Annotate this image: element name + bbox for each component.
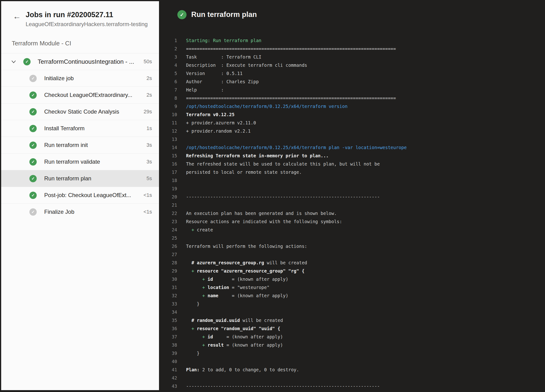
- log-line-number: 38: [159, 341, 177, 349]
- log-line-number: 9: [159, 102, 177, 110]
- step-duration: 29s: [144, 109, 152, 115]
- log-line: 7Help :: [159, 86, 545, 94]
- sidebar-header: ← Jobs in run #20200527.11 LeagueOfExtra…: [1, 1, 159, 28]
- step-duration: <1s: [143, 192, 152, 198]
- log-line-text: }: [186, 349, 199, 357]
- step-status-success-icon: ✓: [29, 92, 37, 99]
- job-duration: 50s: [144, 59, 152, 65]
- log-line-text: Author : Charles Zipp: [186, 78, 259, 86]
- step-label: Initialize job: [44, 75, 147, 82]
- log-line: 4Description : Execute terraform cli com…: [159, 61, 545, 69]
- log-line-text: + provider.azurerm v2.11.0: [186, 119, 256, 127]
- step-duration: 1s: [147, 125, 152, 131]
- log-line-number: 11: [159, 119, 177, 127]
- log-line: 15Refreshing Terraform state in-memory p…: [159, 152, 545, 160]
- step-row[interactable]: ✓Run terraform init3s: [1, 137, 159, 153]
- log-line: 30 + id = (known after apply): [159, 275, 545, 283]
- log-line: 1Starting: Run terraform plan: [159, 37, 545, 45]
- log-line-text: + result = (known after apply): [186, 341, 283, 349]
- step-label: Checkout LeagueOfExtraordinary...: [44, 92, 147, 98]
- log-line-number: 16: [159, 160, 177, 168]
- step-status-success-icon: ✓: [29, 108, 37, 116]
- back-arrow-icon[interactable]: ←: [13, 11, 23, 21]
- log-line: 24 + create: [159, 226, 545, 234]
- log-line: 20--------------------------------------…: [159, 193, 545, 201]
- step-duration: 3s: [147, 159, 152, 165]
- step-status-success-icon: ✓: [177, 10, 186, 19]
- steps-list: ✓Initialize job2s✓Checkout LeagueOfExtra…: [1, 70, 159, 220]
- step-row[interactable]: ✓Finalize Job<1s: [1, 203, 159, 220]
- log-line: 35 # random_uuid.uuid will be created: [159, 316, 545, 325]
- step-row[interactable]: ✓Checkov Static Code Analysis29s: [1, 103, 159, 120]
- log-line-number: 27: [159, 251, 177, 259]
- log-line-text: Version : 0.5.11: [186, 69, 242, 78]
- step-label: Post-job: Checkout LeagueOfExt...: [44, 192, 143, 198]
- log-title: Run terraform plan: [191, 10, 257, 19]
- log-output[interactable]: 1Starting: Run terraform plan2==========…: [159, 37, 545, 392]
- jobs-sidebar: ← Jobs in run #20200527.11 LeagueOfExtra…: [1, 1, 159, 390]
- step-label: Install Terraform: [44, 125, 147, 132]
- log-line-text: Refreshing Terraform state in-memory pri…: [186, 152, 328, 160]
- log-line-text: Description : Execute terraform cli comm…: [186, 61, 307, 69]
- log-line: 9/opt/hostedtoolcache/terraform/0.12.25/…: [159, 102, 545, 110]
- step-duration: 3s: [147, 142, 152, 148]
- log-line-number: 18: [159, 176, 177, 185]
- step-row[interactable]: ✓Initialize job2s: [1, 70, 159, 86]
- log-line: 33 }: [159, 300, 545, 308]
- log-line: 3Task : Terraform CLI: [159, 53, 545, 61]
- log-line: 14/opt/hostedtoolcache/terraform/0.12.25…: [159, 143, 545, 152]
- log-line: 36 + resource "random_uuid" "uuid" {: [159, 325, 545, 333]
- log-line: 37 + id = (known after apply): [159, 333, 545, 341]
- log-line: 32 + name = (known after apply): [159, 292, 545, 300]
- step-status-success-icon: ✓: [29, 175, 37, 182]
- log-line-text: Help :: [186, 86, 224, 94]
- step-duration: 5s: [147, 175, 152, 182]
- log-line-number: 25: [159, 234, 177, 242]
- log-line-number: 4: [159, 61, 177, 69]
- log-line: 27: [159, 251, 545, 259]
- log-line: 26Terraform will perform the following a…: [159, 242, 545, 251]
- step-row[interactable]: ✓Run terraform plan5s: [1, 170, 159, 187]
- job-row[interactable]: ✓ TerraformContinuousIntegration - ... 5…: [1, 53, 159, 70]
- log-line-number: 36: [159, 325, 177, 333]
- log-line-number: 15: [159, 152, 177, 160]
- step-status-neutral-icon: ✓: [29, 208, 37, 216]
- log-line-number: 19: [159, 185, 177, 193]
- log-line: 13: [159, 135, 545, 143]
- log-line-text: + id = (known after apply): [186, 275, 288, 283]
- log-line-text: + resource "random_uuid" "uuid" {: [186, 325, 280, 333]
- step-label: Run terraform init: [44, 142, 147, 148]
- log-line-number: 26: [159, 242, 177, 251]
- chevron-down-icon[interactable]: [10, 58, 17, 65]
- log-line-text: ========================================…: [186, 94, 396, 102]
- step-duration: 2s: [147, 92, 152, 98]
- step-row[interactable]: ✓Install Terraform1s: [1, 120, 159, 137]
- log-line: 5Version : 0.5.11: [159, 69, 545, 78]
- log-line-number: 5: [159, 69, 177, 78]
- step-row[interactable]: ✓Checkout LeagueOfExtraordinary...2s: [1, 86, 159, 103]
- log-line-number: 39: [159, 349, 177, 357]
- log-line: 25: [159, 234, 545, 242]
- log-line: 6Author : Charles Zipp: [159, 78, 545, 86]
- log-line-text: ========================================…: [186, 45, 396, 53]
- log-line: 19: [159, 185, 545, 193]
- page-title: Jobs in run #20200527.11: [26, 11, 148, 19]
- log-line-text: Task : Terraform CLI: [186, 53, 261, 61]
- step-label: Finalize Job: [44, 208, 143, 215]
- step-status-success-icon: ✓: [29, 158, 37, 165]
- step-row[interactable]: ✓Run terraform validate3s: [1, 153, 159, 170]
- step-status-neutral-icon: ✓: [29, 75, 37, 82]
- log-line: 12+ provider.random v2.2.1: [159, 127, 545, 135]
- log-line: 17persisted to local or remote state sto…: [159, 168, 545, 176]
- log-line: 18: [159, 176, 545, 185]
- log-line-text: # azurerm_resource_group.rg will be crea…: [186, 259, 307, 267]
- log-line: 29 + resource "azurerm_resource_group" "…: [159, 267, 545, 275]
- step-row[interactable]: ✓Post-job: Checkout LeagueOfExt...<1s: [1, 187, 159, 203]
- log-line: 34: [159, 308, 545, 316]
- log-line-text: + location = "westeurope": [186, 283, 270, 292]
- log-line: 43--------------------------------------…: [159, 382, 545, 390]
- step-duration: 2s: [147, 75, 152, 81]
- log-line-number: 7: [159, 86, 177, 94]
- log-line: 23Resource actions are indicated with th…: [159, 218, 545, 226]
- log-line-number: 23: [159, 218, 177, 226]
